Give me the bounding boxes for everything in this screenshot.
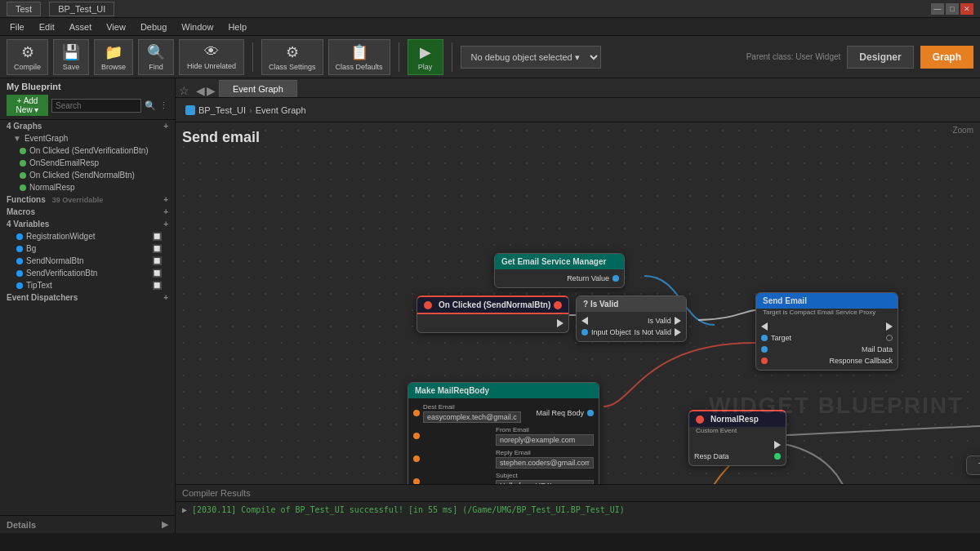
pin-exec-isvalid[interactable]	[675, 317, 681, 325]
pin-exec-right[interactable]	[886, 335, 893, 341]
menu-debug[interactable]: Debug	[134, 20, 173, 33]
pin-exec-out-normalresp[interactable]	[774, 441, 781, 449]
menu-window[interactable]: Window	[175, 20, 220, 33]
nav-back-arrow[interactable]: ◀	[196, 84, 205, 97]
add-macro-icon[interactable]: +	[163, 207, 168, 216]
breadcrumb-bp[interactable]: BP_Test_UI	[198, 105, 246, 115]
add-variable-icon[interactable]: +	[163, 220, 168, 229]
pin-input-obj[interactable]	[581, 329, 588, 335]
pin-row-target: Target	[756, 332, 898, 344]
pin-target[interactable]	[761, 335, 768, 341]
var-options-icon[interactable]: 🔲	[152, 256, 162, 265]
pin-fromemail[interactable]	[413, 433, 420, 439]
find-button[interactable]: 🔍 Find	[138, 39, 174, 75]
details-expand-icon[interactable]: ▶	[162, 519, 168, 530]
node-get-email-service[interactable]: Get Email Service Manager Return Value	[494, 253, 625, 288]
pin-exec-in[interactable]	[581, 317, 588, 325]
tab-event-graph[interactable]: Event Graph	[219, 80, 297, 97]
browse-button[interactable]: 📁 Browse	[94, 39, 133, 75]
menu-edit[interactable]: Edit	[33, 20, 61, 33]
class-defaults-button[interactable]: 📋 Class Defaults	[328, 39, 390, 75]
breadcrumb-blueprint-icon	[185, 105, 195, 115]
functions-section-header[interactable]: Functions 39 Overridable +	[0, 193, 175, 206]
node-make-mailreqbody[interactable]: Make MailReqBody Dest Email Mail Req Bod…	[408, 382, 599, 484]
pin-exec-in-send[interactable]	[761, 322, 768, 331]
menu-help[interactable]: Help	[221, 20, 253, 33]
node-tiptext-var[interactable]: Tip Text	[966, 455, 980, 475]
add-dispatcher-icon[interactable]: +	[163, 293, 168, 302]
var-options-icon[interactable]: 🔲	[152, 269, 162, 278]
class-settings-button[interactable]: ⚙ Class Settings	[261, 39, 323, 75]
var-options-icon[interactable]: 🔲	[152, 244, 162, 253]
add-new-button[interactable]: + Add New ▾	[7, 95, 48, 116]
view-options-icon[interactable]: ⋮	[159, 100, 168, 111]
var-options-icon[interactable]: 🔲	[152, 281, 162, 290]
add-graph-icon[interactable]: +	[163, 122, 168, 131]
pin-callback[interactable]	[761, 358, 768, 364]
pin-exec-isnotvalid[interactable]	[675, 328, 681, 336]
tab-bp[interactable]: BP_Test_UI	[49, 2, 114, 16]
tree-item-bg[interactable]: Bg 🔲	[0, 242, 175, 255]
node-normalresp[interactable]: NormalResp Custom Event Resp Data	[688, 410, 786, 466]
breadcrumb-graph[interactable]: Event Graph	[256, 105, 306, 115]
pin-destemail[interactable]	[413, 410, 420, 416]
tree-item-onclicked-normal[interactable]: On Clicked (SendNormalBtn)	[0, 169, 175, 181]
pin-return-value[interactable]	[612, 275, 619, 282]
macros-label: Macros	[7, 207, 35, 216]
bookmark-icon[interactable]: ☆	[179, 84, 189, 97]
search-icon[interactable]: 🔍	[145, 100, 156, 111]
pin-subject[interactable]	[413, 478, 420, 484]
pin-respdata[interactable]	[774, 453, 781, 460]
tree-item-sendnormalbtn[interactable]: SendNormalBtn 🔲	[0, 255, 175, 267]
designer-button[interactable]: Designer	[847, 46, 913, 69]
bottom-panel: Compiler Results ▶ [2030.11] Compile of …	[176, 484, 980, 533]
destemail-input[interactable]	[423, 411, 521, 423]
save-button[interactable]: 💾 Save	[53, 39, 89, 75]
graphs-label: 4 Graphs	[7, 122, 42, 131]
browse-icon: 📁	[105, 43, 122, 61]
menu-file[interactable]: File	[3, 20, 31, 33]
compile-button[interactable]: ⚙ Compile	[7, 39, 48, 75]
node-dot-normal	[20, 172, 26, 179]
hide-unrelated-button[interactable]: 👁 Hide Unrelated	[179, 39, 244, 75]
minimize-button[interactable]: —	[931, 3, 944, 15]
tree-item-sendverifybtn[interactable]: SendVerificationBtn 🔲	[0, 267, 175, 279]
menu-view[interactable]: View	[100, 20, 132, 33]
menu-asset[interactable]: Asset	[63, 20, 99, 33]
pin-mailreqbody-out[interactable]	[587, 410, 594, 416]
pin-replyemail[interactable]	[413, 455, 420, 462]
play-button[interactable]: ▶ Play	[408, 39, 443, 75]
fromemail-input[interactable]	[496, 434, 594, 446]
macros-section-header[interactable]: Macros +	[0, 206, 175, 218]
dispatchers-section-header[interactable]: Event Dispatchers +	[0, 291, 175, 304]
node-send-email[interactable]: Send Email Target is Compact Email Servi…	[755, 292, 898, 371]
tab-test[interactable]: Test	[7, 2, 41, 16]
separator-2	[399, 42, 399, 72]
graph-button[interactable]: Graph	[920, 46, 973, 69]
add-function-icon[interactable]: +	[163, 195, 168, 204]
pin-row-exec-out	[417, 318, 568, 329]
tree-item-onsendemail[interactable]: OnSendEmailResp	[0, 157, 175, 169]
subject-input[interactable]	[496, 480, 594, 484]
pin-row-normalresp-exec	[689, 439, 786, 451]
tree-item-eventgraph[interactable]: ▼ EventGraph	[0, 132, 175, 144]
node-on-clicked[interactable]: On Clicked (SendNormalBtn)	[416, 295, 569, 333]
graphs-section-header[interactable]: 4 Graphs +	[0, 120, 175, 132]
canvas-area[interactable]: Send email Zoom	[176, 122, 980, 484]
node-is-valid[interactable]: ? Is Valid Is Valid Input Object Is Not …	[576, 295, 687, 342]
pin-exec-out[interactable]	[557, 319, 564, 327]
close-button[interactable]: ✕	[960, 3, 973, 15]
search-input[interactable]	[51, 99, 141, 113]
replyemail-input[interactable]	[496, 457, 594, 469]
tree-item-regwidget[interactable]: RegistrationWidget 🔲	[0, 230, 175, 242]
nav-forward-arrow[interactable]: ▶	[207, 84, 216, 97]
tree-item-tiptext[interactable]: TipText 🔲	[0, 279, 175, 291]
pin-exec-out-send[interactable]	[886, 322, 893, 331]
tree-item-onclicked-verify[interactable]: On Clicked (SendVerificationBtn)	[0, 144, 175, 157]
tree-item-normalresp[interactable]: NormalResp	[0, 181, 175, 193]
maximize-button[interactable]: □	[946, 3, 959, 15]
variables-section-header[interactable]: 4 Variables +	[0, 218, 175, 230]
pin-maildata[interactable]	[761, 346, 768, 353]
debug-filter-select[interactable]: No debug object selected ▾	[461, 46, 601, 69]
var-options-icon[interactable]: 🔲	[152, 232, 162, 241]
